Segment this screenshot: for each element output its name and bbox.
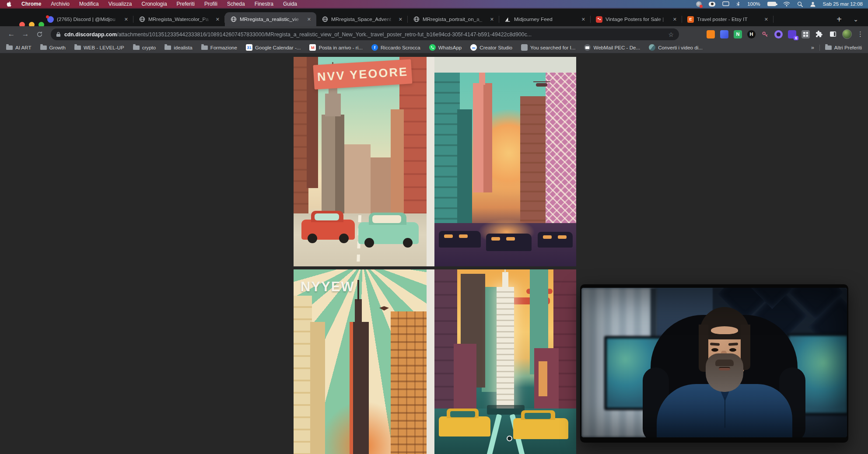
bookmark-folder-ai-art[interactable]: AI ART bbox=[6, 45, 32, 50]
bookmark-google-calendar[interactable]: 31Google Calendar -... bbox=[246, 44, 301, 51]
record-status-icon[interactable] bbox=[709, 2, 715, 7]
notification-app-icon[interactable] bbox=[696, 1, 702, 7]
url-path: /attachments/1013512335442333816/1089142… bbox=[117, 31, 532, 38]
tab-close-button[interactable]: ✕ bbox=[398, 17, 403, 22]
user-menu-icon[interactable] bbox=[810, 1, 816, 7]
discord-favicon bbox=[47, 16, 54, 23]
tab-title: Vintage Posters for Sale | bbox=[606, 16, 669, 22]
menubar-item-finestra[interactable]: Finestra bbox=[255, 1, 273, 7]
h-extension-icon[interactable]: H bbox=[747, 30, 756, 38]
gmail-icon: M bbox=[309, 44, 316, 51]
blue-extension-icon[interactable] bbox=[720, 30, 728, 38]
tab-discord[interactable]: (2765) Discord | @Midjou ✕ bbox=[42, 12, 133, 26]
bookmark-folder-crypto[interactable]: crypto bbox=[133, 45, 156, 50]
empire-state-building bbox=[350, 322, 369, 454]
vignette bbox=[581, 288, 847, 437]
poster-bottom-left: NYYEW bbox=[294, 269, 427, 454]
bookmark-you-searched[interactable]: You searched for I... bbox=[521, 44, 575, 51]
chrome-menu-icon[interactable]: ⋮ bbox=[857, 30, 864, 38]
menubar-item-guida[interactable]: Guida bbox=[283, 1, 297, 7]
etsy-favicon: E bbox=[687, 16, 694, 23]
bookmark-label: crypto bbox=[142, 45, 156, 50]
bookmark-whatsapp[interactable]: WhatsApp bbox=[429, 44, 462, 51]
menubar-item-modifica[interactable]: Modifica bbox=[79, 1, 99, 7]
tab-title: MRregista_portrait_on_a_ bbox=[423, 16, 486, 22]
reload-button[interactable] bbox=[32, 31, 46, 38]
bookmark-label: Creator Studio bbox=[480, 45, 512, 50]
other-bookmarks-folder[interactable]: Altri Preferiti bbox=[825, 45, 862, 50]
bookmarks-overflow-chevron[interactable]: » bbox=[811, 44, 814, 51]
folder-icon bbox=[6, 45, 13, 50]
grid-extension-icon[interactable] bbox=[802, 30, 810, 38]
menubar-app-name[interactable]: Chrome bbox=[21, 1, 41, 7]
menubar-clock[interactable]: Sab 25 mar 12:08 bbox=[823, 1, 863, 7]
bookmark-folder-growth[interactable]: Growth bbox=[40, 45, 66, 50]
building bbox=[391, 311, 427, 454]
purple-extension-icon[interactable]: 6 bbox=[788, 30, 796, 38]
sidebar-icon[interactable] bbox=[829, 30, 837, 38]
tab-title: MRregista_a_realistic_vie bbox=[240, 16, 303, 22]
new-tab-button[interactable]: + bbox=[833, 13, 845, 25]
poster-top-left: NVV YEOORE bbox=[294, 57, 427, 266]
back-button[interactable]: ← bbox=[4, 30, 18, 38]
extensions-puzzle-icon[interactable] bbox=[815, 30, 823, 38]
tab-watercolor[interactable]: MRregista_Watercolor_Pa ✕ bbox=[133, 12, 225, 26]
wifi-icon[interactable] bbox=[783, 1, 790, 7]
menubar-item-archivio[interactable]: Archivio bbox=[51, 1, 70, 7]
bookmark-creator-studio[interactable]: ∞Creator Studio bbox=[470, 44, 512, 51]
building bbox=[457, 109, 472, 232]
spotlight-search-icon[interactable] bbox=[797, 1, 803, 7]
tab-close-button[interactable]: ✕ bbox=[306, 17, 312, 22]
bookmark-folder-formazione[interactable]: Formazione bbox=[201, 45, 237, 50]
bookmark-star-icon[interactable]: ☆ bbox=[668, 31, 674, 38]
bookmark-folder-web-levelup[interactable]: WEB - LEVEL-UP bbox=[74, 45, 124, 50]
tab-etsy[interactable]: E Travel poster - Etsy IT ✕ bbox=[682, 12, 774, 26]
bookmark-converti-video[interactable]: Converti i video di... bbox=[649, 44, 703, 51]
tab-realistic-view-active[interactable]: MRregista_a_realistic_vie ✕ bbox=[225, 12, 316, 26]
tab-close-button[interactable]: ✕ bbox=[489, 17, 495, 22]
menubar-item-cronologia[interactable]: Cronologia bbox=[142, 1, 167, 7]
tab-midjourney-feed[interactable]: Midjourney Feed ✕ bbox=[499, 12, 591, 26]
webcam-video bbox=[581, 288, 847, 437]
menubar-item-profili[interactable]: Profili bbox=[204, 1, 217, 7]
webcam-overlay bbox=[580, 284, 848, 443]
n-extension-icon[interactable]: N bbox=[734, 30, 742, 38]
building bbox=[391, 109, 404, 219]
tab-close-button[interactable]: ✕ bbox=[763, 17, 769, 22]
tab-close-button[interactable]: ✕ bbox=[581, 17, 586, 22]
tab-close-button[interactable]: ✕ bbox=[123, 17, 129, 22]
bookmark-folder-idealista[interactable]: idealista bbox=[164, 45, 192, 50]
menubar-item-visualizza[interactable]: Visualizza bbox=[108, 1, 132, 7]
bookmark-label: Google Calendar -... bbox=[255, 45, 301, 50]
key-extension-icon[interactable] bbox=[761, 30, 769, 38]
menubar-item-scheda[interactable]: Scheda bbox=[227, 1, 245, 7]
bluetooth-icon[interactable] bbox=[736, 1, 740, 7]
profile-avatar[interactable] bbox=[842, 29, 852, 39]
video-converter-icon bbox=[649, 44, 655, 51]
tab-portrait[interactable]: MRregista_portrait_on_a_ ✕ bbox=[408, 12, 499, 26]
bookmark-webmail-pec[interactable]: WebMail PEC - De... bbox=[584, 44, 640, 51]
vintage-posters-favicon bbox=[596, 16, 602, 23]
chrome-tabstrip: (2765) Discord | @Midjou ✕ MRregista_Wat… bbox=[0, 8, 868, 26]
building-sign bbox=[539, 361, 547, 396]
tab-search-chevron[interactable]: ⌄ bbox=[850, 13, 862, 25]
address-bar[interactable]: cdn.discordapp.com/attachments/101351233… bbox=[51, 28, 679, 40]
bookmark-label: AI ART bbox=[15, 45, 32, 50]
forward-button[interactable]: → bbox=[18, 30, 32, 38]
globe-favicon bbox=[230, 16, 237, 23]
tab-space-adventure[interactable]: MRregista_Space_Advent ✕ bbox=[316, 12, 408, 26]
tab-vintage-posters[interactable]: Vintage Posters for Sale | ✕ bbox=[591, 12, 682, 26]
apple-menu-icon[interactable] bbox=[6, 1, 12, 7]
bookmark-gmail[interactable]: MPosta in arrivo - ri... bbox=[309, 44, 363, 51]
display-icon[interactable] bbox=[722, 1, 729, 7]
menubar-item-preferiti[interactable]: Preferiti bbox=[177, 1, 195, 7]
grid-row-gap bbox=[294, 266, 576, 269]
bookmark-facebook[interactable]: fRiccardo Scrocca bbox=[371, 44, 420, 51]
bookmark-label: Riccardo Scrocca bbox=[381, 45, 420, 50]
folder-icon bbox=[40, 45, 47, 50]
metamask-extension-icon[interactable] bbox=[707, 30, 715, 38]
tab-close-button[interactable]: ✕ bbox=[672, 17, 678, 22]
tab-close-button[interactable]: ✕ bbox=[215, 17, 220, 22]
donut-extension-icon[interactable] bbox=[774, 30, 783, 38]
bookmark-label: WebMail PEC - De... bbox=[593, 45, 640, 50]
